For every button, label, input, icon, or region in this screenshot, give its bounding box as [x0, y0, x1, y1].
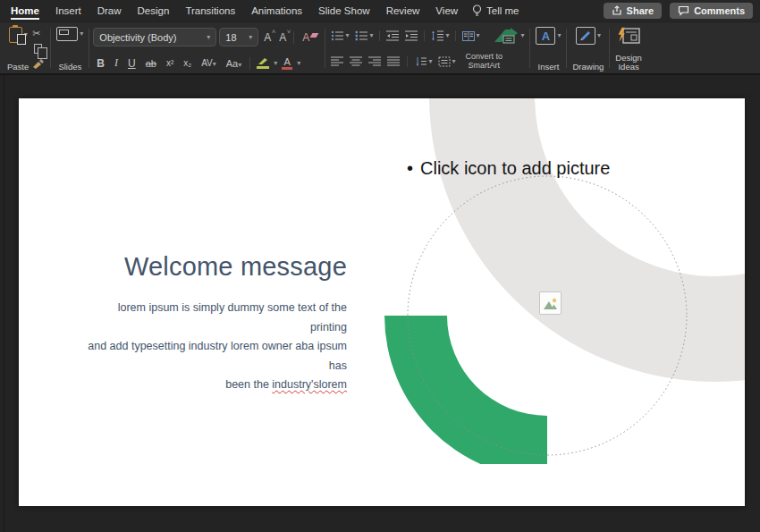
- align-text-button[interactable]: ▾: [436, 56, 457, 67]
- change-case-button[interactable]: Aa ▾: [223, 58, 245, 69]
- smartart-label-line2: SmartArt: [468, 62, 500, 71]
- chevron-down-icon[interactable]: ▾: [557, 32, 561, 39]
- body-line-3-prefix: been the: [225, 378, 272, 391]
- font-name-select[interactable]: Objectivity (Body) ▾: [93, 28, 216, 46]
- decrease-indent-icon: [386, 30, 399, 41]
- text-direction-button[interactable]: ▾: [413, 56, 434, 67]
- green-arc: [384, 316, 547, 478]
- columns-button[interactable]: ▾: [460, 31, 481, 41]
- chevron-down-icon: ▾: [476, 32, 479, 39]
- scissors-icon: ✂: [32, 28, 40, 38]
- chevron-down-icon: ▾: [445, 32, 449, 39]
- add-picture-button[interactable]: [539, 291, 562, 315]
- chevron-down-icon: ▾: [428, 58, 432, 65]
- font-color-letter: A: [284, 57, 291, 66]
- comments-label: Comments: [694, 5, 745, 16]
- chevron-down-icon[interactable]: ▾: [597, 32, 601, 39]
- menu-item-slide-show[interactable]: Slide Show: [318, 2, 370, 20]
- bold-button[interactable]: B: [93, 57, 108, 70]
- chevron-down-icon[interactable]: ▾: [274, 60, 277, 67]
- body-line-2: and add typesetting industry lorem owner…: [79, 337, 347, 376]
- align-right-icon: [368, 56, 381, 66]
- menu-item-insert[interactable]: Insert: [55, 2, 81, 20]
- chevron-down-icon: ▾: [520, 32, 524, 39]
- body-line-1: lorem ipsum is simply dummy some text of…: [79, 299, 347, 337]
- grow-font-button[interactable]: A˄: [261, 31, 274, 44]
- superscript-button[interactable]: x²: [163, 58, 177, 68]
- convert-smartart-button[interactable]: ▾: [491, 28, 526, 44]
- menu-item-home[interactable]: Home: [11, 2, 39, 20]
- chevron-down-icon: ▾: [249, 34, 252, 41]
- slides-button[interactable]: ▾ Slides: [55, 24, 85, 72]
- tell-me-label: Tell me: [486, 5, 519, 16]
- line-spacing-icon: [431, 30, 444, 41]
- paste-button[interactable]: ▾ Paste: [5, 24, 30, 72]
- drawing-pencil-icon: [576, 27, 595, 45]
- line-spacing-button[interactable]: ▾: [429, 30, 451, 41]
- bullets-button[interactable]: ▾: [329, 30, 350, 41]
- paste-label: Paste: [7, 63, 29, 72]
- insert-button[interactable]: A ▾ Insert: [534, 24, 562, 72]
- picture-icon: [543, 297, 558, 310]
- font-color-button[interactable]: A: [280, 57, 294, 70]
- grow-font-letter: A: [264, 31, 271, 44]
- drawing-button[interactable]: ▾ Drawing: [570, 24, 605, 72]
- menu-item-view[interactable]: View: [435, 2, 458, 20]
- slide-body-text[interactable]: lorem ipsum is simply dummy some text of…: [79, 299, 347, 395]
- placeholder-text: Click icon to add picture: [420, 158, 610, 179]
- slide-title[interactable]: Welcome message: [90, 252, 347, 282]
- menu-item-animations[interactable]: Animations: [251, 2, 302, 20]
- italic-button[interactable]: I: [111, 56, 122, 70]
- comments-icon: [678, 5, 689, 16]
- highlighter-icon: [258, 57, 269, 65]
- numbering-button[interactable]: ▾: [353, 30, 375, 41]
- subscript-button[interactable]: x₂: [180, 58, 195, 68]
- clear-format-letter: A: [302, 31, 309, 44]
- increase-indent-button[interactable]: [403, 30, 419, 41]
- comments-button[interactable]: Comments: [670, 3, 753, 19]
- underline-button[interactable]: U: [124, 57, 139, 70]
- character-spacing-button[interactable]: AV ▾: [198, 58, 220, 68]
- slide[interactable]: • Click icon to add picture Welcome mess…: [19, 98, 745, 506]
- menu-bar: HomeInsertDrawDesignTransitionsAnimation…: [0, 0, 760, 21]
- placeholder-bullet: •: [407, 158, 413, 179]
- format-painter-button[interactable]: [32, 59, 46, 69]
- chevron-down-icon: ▾: [345, 32, 349, 39]
- cut-button[interactable]: ✂: [32, 28, 46, 38]
- increase-indent-icon: [405, 30, 418, 41]
- editor-canvas: • Click icon to add picture Welcome mess…: [0, 75, 760, 532]
- align-left-button[interactable]: [329, 56, 345, 66]
- design-ideas-icon: [617, 27, 640, 45]
- strikethrough-button[interactable]: ab: [142, 58, 160, 69]
- design-ideas-button[interactable]: Design Ideas: [613, 24, 644, 72]
- share-button[interactable]: Share: [604, 3, 663, 19]
- copy-button[interactable]: ▾: [32, 44, 46, 54]
- menu-item-design[interactable]: Design: [138, 2, 170, 20]
- shrink-font-button[interactable]: A˅: [276, 31, 289, 44]
- bullet-list-icon: [331, 30, 344, 41]
- font-size-select[interactable]: 18 ▾: [219, 28, 258, 46]
- chevron-down-icon: ▾: [238, 62, 241, 69]
- lightbulb-icon: [472, 4, 482, 17]
- tell-me[interactable]: Tell me: [472, 4, 519, 17]
- align-center-button[interactable]: [348, 56, 364, 66]
- justify-icon: [387, 56, 400, 66]
- share-icon: [612, 5, 622, 16]
- chevron-down-icon: ▾: [452, 58, 455, 65]
- menu-item-transitions[interactable]: Transitions: [185, 2, 235, 20]
- menu-items: HomeInsertDrawDesignTransitionsAnimation…: [7, 2, 470, 20]
- clear-formatting-button[interactable]: A: [299, 31, 321, 44]
- align-right-button[interactable]: [367, 56, 383, 66]
- chevron-down-icon[interactable]: ▾: [297, 60, 300, 67]
- decrease-indent-button[interactable]: [384, 30, 401, 41]
- chevron-down-icon[interactable]: ▾: [80, 30, 83, 38]
- justify-button[interactable]: [385, 56, 401, 66]
- menu-item-draw[interactable]: Draw: [97, 2, 122, 20]
- insert-letter: A: [542, 30, 550, 43]
- chevron-down-icon: ▾: [369, 32, 373, 39]
- insert-textbox-icon: A: [536, 27, 555, 45]
- highlight-color-button[interactable]: [255, 57, 271, 69]
- menu-item-review[interactable]: Review: [386, 2, 420, 20]
- picture-placeholder-prompt: • Click icon to add picture: [407, 158, 610, 179]
- numbered-list-icon: [355, 30, 368, 41]
